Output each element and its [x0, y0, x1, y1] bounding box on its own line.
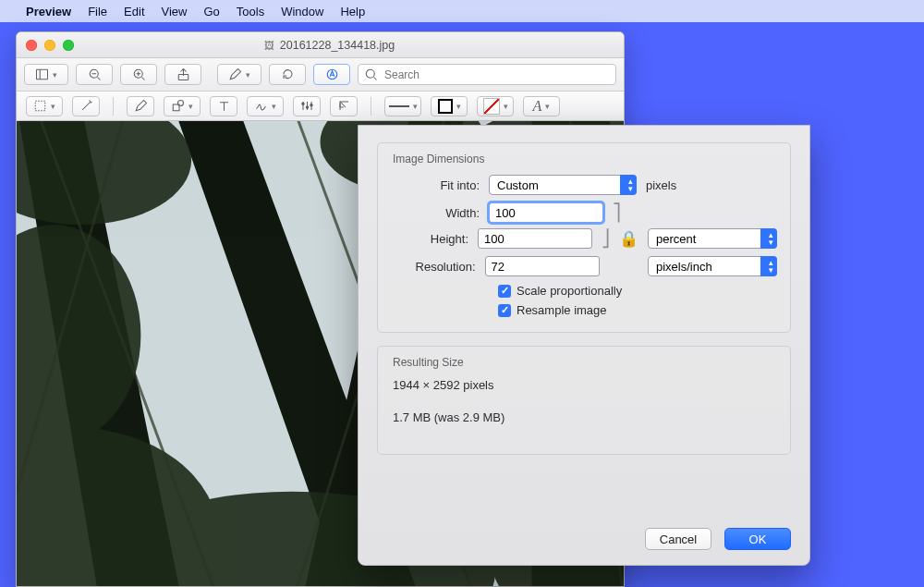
toolbar-divider [113, 97, 114, 116]
ok-button[interactable]: OK [724, 528, 791, 550]
help-menu[interactable]: Help [340, 5, 365, 18]
zoom-in-button[interactable] [120, 64, 157, 85]
scale-proportionally-checkbox[interactable]: ✓ Scale proportionally [498, 284, 777, 298]
sidebar-view-button[interactable]: ▾ [24, 64, 68, 85]
shapes-button[interactable]: ▾ [164, 96, 201, 116]
svg-point-16 [178, 101, 184, 106]
sliders-icon [300, 99, 314, 113]
line-style-button[interactable]: ▾ [384, 96, 421, 116]
svg-line-6 [141, 78, 144, 80]
document-title-text: 20161228_134418.jpg [280, 39, 395, 52]
edit-menu[interactable]: Edit [124, 5, 144, 18]
resolution-unit-select[interactable]: pixels/inch ▴▾ [648, 256, 777, 276]
fill-swatch-icon [483, 98, 500, 115]
resolution-label: Resolution: [391, 260, 476, 274]
adjust-size-dialog: Image Dimensions Fit into: Custom ▴▾ pix… [358, 125, 810, 566]
view-menu[interactable]: View [162, 5, 188, 18]
resulting-size-heading: Resulting Size [393, 356, 777, 369]
fill-color-button[interactable]: ▾ [477, 96, 514, 116]
signature-icon [254, 99, 268, 113]
pencil-icon [228, 67, 242, 81]
resize-icon [337, 99, 351, 113]
lock-aspect-icon[interactable]: 🔒 [619, 229, 638, 249]
svg-line-13 [374, 78, 377, 80]
toolbar-divider [371, 97, 371, 116]
search-field[interactable] [358, 64, 616, 85]
markup-toggle-button[interactable] [313, 64, 350, 85]
line-weight-icon [389, 105, 409, 107]
window-menu[interactable]: Window [281, 5, 323, 18]
resample-image-checkbox[interactable]: ✓ Resample image [498, 303, 777, 317]
font-icon: A [533, 98, 542, 115]
border-color-button[interactable]: ▾ [431, 96, 468, 116]
highlight-button[interactable]: ▾ [217, 64, 261, 85]
resolution-input[interactable] [485, 256, 600, 276]
sign-button[interactable]: ▾ [247, 96, 284, 116]
file-menu[interactable]: File [88, 5, 107, 18]
document-title: 🖼 20161228_134418.jpg [35, 39, 624, 52]
shapes-icon [171, 99, 185, 113]
adjust-color-button[interactable] [293, 96, 321, 116]
pencil-icon [134, 99, 148, 113]
fit-into-select[interactable]: Custom ▴▾ [489, 175, 637, 195]
tools-menu[interactable]: Tools [237, 5, 264, 18]
wand-icon [79, 99, 93, 113]
markup-toolbar: ▾ ▾ ▾ ▾ ▾ ▾ A▾ [17, 92, 624, 121]
sidebar-icon [35, 67, 49, 81]
selection-tool-button[interactable]: ▾ [26, 96, 63, 116]
resulting-filesize-text: 1.7 MB (was 2.9 MB) [393, 410, 775, 424]
sketch-button[interactable] [127, 96, 154, 116]
resulting-dimensions-text: 1944 × 2592 pixels [393, 378, 775, 392]
fit-into-label: Fit into: [391, 178, 480, 192]
svg-point-12 [366, 69, 374, 78]
selection-icon [33, 99, 47, 113]
macos-menubar: Preview File Edit View Go Tools Window H… [0, 0, 924, 22]
fit-into-select-input[interactable]: Custom [489, 175, 637, 195]
svg-point-21 [306, 106, 308, 108]
instant-alpha-button[interactable] [72, 96, 100, 116]
text-style-button[interactable]: A▾ [523, 96, 560, 116]
checkbox-checked-icon: ✓ [498, 304, 511, 317]
svg-rect-15 [173, 104, 179, 111]
svg-rect-14 [35, 101, 45, 111]
scale-proportionally-label: Scale proportionally [517, 284, 622, 298]
svg-point-20 [301, 103, 303, 104]
app-menu[interactable]: Preview [26, 5, 71, 18]
document-type-icon: 🖼 [264, 40, 274, 51]
width-input[interactable] [489, 202, 603, 223]
text-button[interactable] [210, 96, 237, 116]
resulting-size-group: Resulting Size 1944 × 2592 pixels 1.7 MB… [377, 346, 791, 455]
share-button[interactable] [164, 64, 201, 85]
search-input[interactable] [383, 67, 610, 82]
link-bracket-bottom: ⎦ [602, 232, 610, 245]
height-input[interactable] [478, 228, 592, 249]
zoom-in-icon [132, 67, 146, 81]
dialog-button-row: Cancel OK [645, 528, 791, 550]
adjust-size-button[interactable] [330, 96, 358, 116]
zoom-out-icon [88, 67, 102, 81]
search-icon [364, 67, 378, 81]
width-label: Width: [391, 206, 480, 220]
zoom-out-button[interactable] [76, 64, 113, 85]
image-dimensions-group: Image Dimensions Fit into: Custom ▴▾ pix… [377, 142, 791, 333]
rotate-button[interactable] [269, 64, 306, 85]
share-icon [176, 67, 190, 81]
go-menu[interactable]: Go [203, 5, 219, 18]
svg-point-22 [310, 104, 311, 106]
svg-line-3 [97, 78, 100, 80]
resolution-unit-select-input[interactable]: pixels/inch [648, 256, 777, 276]
svg-rect-0 [37, 69, 48, 79]
dimension-unit-select[interactable]: percent ▴▾ [648, 228, 777, 249]
stroke-swatch-icon [438, 99, 453, 114]
rotate-icon [281, 67, 295, 81]
fit-into-unit: pixels [646, 178, 676, 192]
main-toolbar: ▾ ▾ [17, 58, 624, 92]
markup-icon [325, 67, 339, 81]
checkbox-checked-icon: ✓ [498, 285, 511, 298]
window-titlebar[interactable]: 🖼 20161228_134418.jpg [17, 32, 624, 58]
cancel-button[interactable]: Cancel [645, 528, 711, 550]
resample-image-label: Resample image [517, 303, 607, 317]
image-dimensions-heading: Image Dimensions [393, 153, 777, 165]
height-label: Height: [391, 232, 468, 246]
dimension-unit-select-input[interactable]: percent [648, 228, 777, 249]
